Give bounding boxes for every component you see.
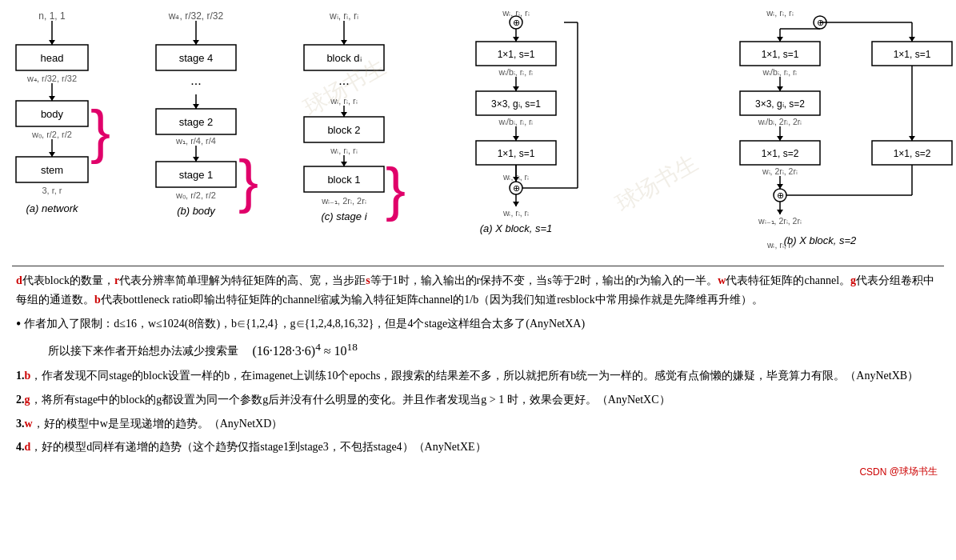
arrowhead-n-head <box>49 40 55 45</box>
para1-text6: 代表bottleneck ratio即输出特征矩阵的channel缩减为输入特征… <box>101 294 763 306</box>
svg-marker-13 <box>341 112 347 117</box>
svg-marker-30 <box>513 202 519 206</box>
bullet-1: • <box>16 316 21 332</box>
label-w4: w₄, r/32, r/32 <box>26 74 77 83</box>
label-wiri: wᵢ, rᵢ, rᵢ <box>330 96 358 106</box>
item2-letter: g <box>25 394 30 406</box>
label-wbi-ri-s2: wᵢ/bᵢ, rᵢ, rᵢ <box>762 67 797 77</box>
plus-s2-bot: ⊕ <box>777 190 784 200</box>
brace-network-body: } <box>90 98 110 165</box>
svg-marker-21 <box>513 136 519 141</box>
label-wi1-2ri: wᵢ₋₁, 2rᵢ, 2rᵢ <box>321 196 366 206</box>
para2: •作者加入了限制：d≤16，w≤1024(8倍数)，b∈{1,2,4}，g∈{1… <box>16 314 940 334</box>
label-1x1-s2-bot: 1×1, s=2 <box>762 148 799 159</box>
label-1x1-bot-s1: 1×1, s=1 <box>498 148 535 159</box>
label-1x1-s2-top: 1×1, s=1 <box>762 49 799 60</box>
item2: 2.g，将所有stage中的block的g都设置为同一个参数g后并没有什么明显的… <box>16 390 940 410</box>
plus-s1-bot: ⊕ <box>513 183 520 193</box>
label-3x3-s2: 3×3, gᵢ, s=2 <box>755 98 805 110</box>
s1-output-label: wᵢ, rᵢ, rᵢ <box>502 208 529 218</box>
plus-s1: ⊕ <box>513 18 520 27</box>
svg-marker-34 <box>777 86 783 91</box>
s1-skip-top: wᵢ, rᵢ, rᵢ <box>502 8 530 18</box>
caption-body: (b) body <box>177 205 216 217</box>
label-stem: stem <box>41 164 63 176</box>
label-w0r2: w₀, r/2, r/2 <box>31 130 72 139</box>
svg-marker-43 <box>909 37 915 42</box>
caption-xblock-s2: (b) X block, s=2 <box>784 234 857 246</box>
letter-b: b <box>94 294 101 306</box>
body-top-label: w₄, r/32, r/32 <box>168 10 224 22</box>
label-head: head <box>41 52 64 64</box>
label-1x1-top-s1: 1×1, s=1 <box>498 49 535 60</box>
svg-marker-15 <box>341 162 347 166</box>
svg-marker-19 <box>513 86 519 91</box>
letter-w: w <box>718 274 726 286</box>
letter-d: d <box>16 274 22 286</box>
text-body: d代表block的数量，r代表分辨率简单理解为特征矩阵的高、宽，当步距s等于1时… <box>12 271 944 457</box>
svg-marker-9 <box>193 157 199 162</box>
caption-stage: (c) stage i <box>321 210 367 222</box>
item1-text: ，作者发现不同stage的block设置一样的b，在imagenet上训练10个… <box>30 370 918 382</box>
para3-formula: (16·128·3·6)4 ≈ 1018 <box>253 344 358 358</box>
para1-text2: 代表分辨率简单理解为特征矩阵的高、宽，当步距 <box>119 274 366 286</box>
svg-marker-7 <box>193 104 199 109</box>
csdn-label: CSDN <box>859 466 886 478</box>
section-divider <box>12 266 944 266</box>
svg-marker-36 <box>777 136 783 141</box>
footer-bar: CSDN @球场书生 <box>12 462 944 480</box>
para1-text1: 代表block的数量， <box>22 274 114 286</box>
s2-top-label: wᵢ, rᵢ, rᵢ <box>766 8 794 18</box>
para2-text: 作者加入了限制：d≤16，w≤1024(8倍数)，b∈{1,2,4}，g∈{1,… <box>24 318 585 330</box>
para3: 所以接下来作者开始想办法减少搜索量 (16·128·3·6)4 ≈ 1018 <box>16 338 940 362</box>
para1: d代表block的数量，r代表分辨率简单理解为特征矩阵的高、宽，当步距s等于1时… <box>16 271 940 310</box>
s2-output-label: wᵢ₋₁, 2rᵢ, 2rᵢ <box>758 216 802 226</box>
stage-dots: ··· <box>338 77 349 90</box>
para1-text4: 代表特征矩阵的channel。 <box>726 274 850 286</box>
item1-num: 1. <box>16 370 25 382</box>
svg-marker-40 <box>777 210 783 214</box>
caption-network: (a) network <box>26 202 79 214</box>
diagram-area: n, 1, 1 head w₄, r/32, r/32 body w₀, r/2… <box>12 8 944 259</box>
item4-text: ，好的模型d同样有递增的趋势（这个趋势仅指stage1到stage3，不包括st… <box>30 441 486 453</box>
label-wi-2ri-s2: wᵢ, 2rᵢ, 2rᵢ <box>762 166 798 176</box>
label-wbi-ri-2: wᵢ/bᵢ, rᵢ, rᵢ <box>498 117 533 126</box>
label-wiri2: wᵢ, rᵢ, rᵢ <box>330 146 358 155</box>
stage-top-label: wᵢ, rᵢ, rᵢ <box>329 10 358 22</box>
label-stage4: stage 4 <box>179 52 214 64</box>
svg-marker-32 <box>777 37 783 42</box>
label-3rr: 3, r, r <box>42 186 62 195</box>
label-blockdi: block dᵢ <box>326 52 361 64</box>
label-skip-1x1-top-s2: 1×1, s=1 <box>894 49 931 60</box>
svg-marker-17 <box>513 37 519 42</box>
label-body: body <box>41 108 64 120</box>
label-3x3-s1: 3×3, gᵢ, s=1 <box>491 98 541 110</box>
item4-num: 4. <box>16 441 25 453</box>
network-top-label: n, 1, 1 <box>38 10 66 22</box>
item3-text: ，好的模型中w是呈现递增的趋势。（AnyNetXD） <box>33 418 283 430</box>
label-w1r4: w₁, r/4, r/4 <box>175 136 216 146</box>
svg-marker-38 <box>777 184 783 189</box>
svg-marker-11 <box>341 40 347 45</box>
brace-body-stage: } <box>238 147 258 214</box>
para3-prefix: 所以接下来作者开始想办法减少搜索量 <box>48 346 238 358</box>
svg-marker-1 <box>49 96 55 101</box>
page-container: n, 1, 1 head w₄, r/32, r/32 body w₀, r/2… <box>0 0 956 488</box>
letter-g: g <box>850 274 856 286</box>
item3-letter: w <box>25 418 33 430</box>
item1: 1.b，作者发现不同stage的block设置一样的b，在imagenet上训练… <box>16 366 940 386</box>
item2-num: 2. <box>16 394 25 406</box>
label-wbi-ri: wᵢ/bᵢ, rᵢ, rᵢ <box>498 67 533 77</box>
body-dots: ··· <box>190 77 201 90</box>
svg-marker-3 <box>49 152 55 157</box>
item3-num: 3. <box>16 418 25 430</box>
diagram-svg: n, 1, 1 head w₄, r/32, r/32 body w₀, r/2… <box>12 8 944 256</box>
brace-stage-xblock: } <box>386 155 406 222</box>
item4: 4.d，好的模型d同样有递增的趋势（这个趋势仅指stage1到stage3，不包… <box>16 438 940 457</box>
label-block2: block 2 <box>327 124 360 136</box>
para1-text3: 等于1时，输入输出的r保持不变，当s等于2时，输出的r为输入的一半。 <box>370 274 718 286</box>
svg-marker-5 <box>193 40 199 45</box>
label-wbi-2ri-s2: wᵢ/bᵢ, 2rᵢ, 2rᵢ <box>758 117 802 126</box>
item3: 3.w，好的模型中w是呈现递增的趋势。（AnyNetXD） <box>16 414 940 434</box>
caption-xblock-s1: (a) X block, s=1 <box>480 222 553 234</box>
